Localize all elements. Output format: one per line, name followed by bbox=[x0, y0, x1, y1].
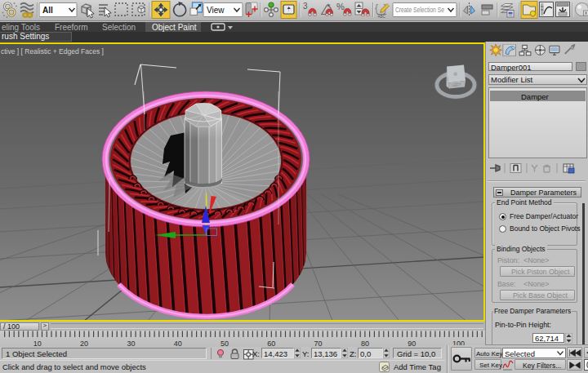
svg-text:View: View bbox=[207, 6, 225, 15]
svg-text:30: 30 bbox=[127, 340, 135, 348]
svg-text:50: 50 bbox=[220, 340, 229, 348]
svg-text:3: 3 bbox=[303, 2, 308, 11]
svg-text:All: All bbox=[42, 6, 53, 15]
svg-text:20: 20 bbox=[80, 340, 88, 348]
svg-text:▩: ▩ bbox=[453, 71, 457, 76]
svg-text:80: 80 bbox=[361, 340, 369, 348]
svg-text:60: 60 bbox=[267, 340, 275, 348]
svg-text:40: 40 bbox=[174, 340, 182, 348]
svg-text:LEFT: LEFT bbox=[452, 83, 461, 87]
svg-text:%: % bbox=[336, 2, 345, 11]
svg-text:Create Selection Se: Create Selection Se bbox=[395, 6, 444, 14]
svg-text:10: 10 bbox=[33, 340, 42, 348]
svg-text:ABC: ABC bbox=[378, 15, 386, 19]
svg-text:{: { bbox=[375, 2, 378, 14]
svg-text:70: 70 bbox=[314, 340, 323, 348]
svg-text:90: 90 bbox=[408, 340, 416, 348]
